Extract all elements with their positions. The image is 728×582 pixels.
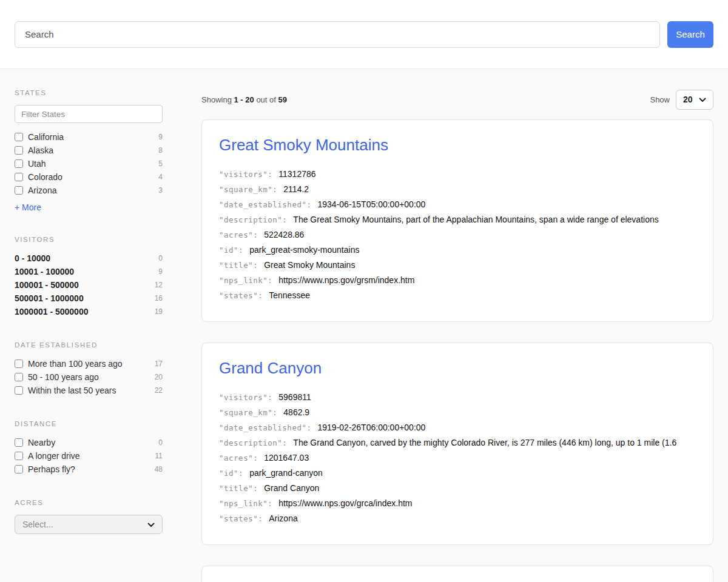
facet-states: STATES California 9 Alaska 8 bbox=[15, 89, 163, 213]
park-title-link[interactable]: Grand Canyon bbox=[219, 359, 322, 378]
field-value: 522428.86 bbox=[264, 230, 304, 239]
facet-distance-title: DISTANCE bbox=[15, 420, 163, 427]
field-key: "visitors": bbox=[219, 170, 272, 179]
field-key: "square_km": bbox=[219, 185, 277, 194]
acres-select[interactable]: Select... bbox=[15, 515, 163, 534]
facet-count: 17 bbox=[155, 360, 163, 368]
facet-option-nearby: Nearby 0 bbox=[15, 436, 163, 449]
facet-option-label-wrap[interactable]: Arizona bbox=[15, 186, 56, 195]
field-key: "id": bbox=[219, 469, 243, 478]
facet-option-label-wrap[interactable]: More than 100 years ago bbox=[15, 359, 123, 369]
facet-option-label-wrap[interactable]: 50 - 100 years ago bbox=[15, 372, 99, 382]
checkbox[interactable] bbox=[15, 133, 23, 141]
field-value: Tennessee bbox=[269, 290, 310, 300]
field-key: "acres": bbox=[219, 453, 258, 463]
field-value: park_great-smoky-mountains bbox=[249, 245, 359, 255]
field-key: "date_established": bbox=[219, 423, 312, 432]
facet-range-label[interactable]: 100001 - 500000 bbox=[15, 280, 79, 290]
facet-option-label: Alaska bbox=[28, 146, 53, 155]
facet-option-label: Colorado bbox=[28, 172, 62, 182]
field-value: 1201647.03 bbox=[264, 453, 309, 463]
facet-option-label-wrap[interactable]: California bbox=[15, 132, 64, 142]
field-key: "title": bbox=[219, 484, 258, 493]
top-search-bar: Search bbox=[0, 0, 728, 69]
facet-count: 3 bbox=[158, 186, 163, 195]
facet-range-item: 500001 - 1000000 16 bbox=[15, 292, 163, 305]
field-title: "title":Great Smoky Mountains bbox=[219, 258, 696, 273]
checkbox[interactable] bbox=[15, 186, 23, 195]
facet-option-label-wrap[interactable]: Nearby bbox=[15, 438, 55, 447]
field-value: The Great Smoky Mountains, part of the A… bbox=[293, 215, 658, 224]
field-value: https://www.nps.gov/grca/index.htm bbox=[278, 498, 412, 508]
page-size-select[interactable]: 20 bbox=[676, 90, 713, 110]
checkbox[interactable] bbox=[15, 360, 23, 368]
facet-range-item: 100001 - 500000 12 bbox=[15, 278, 163, 292]
facet-range-label[interactable]: 1000001 - 5000000 bbox=[15, 307, 88, 316]
showing-prefix: Showing bbox=[201, 95, 232, 104]
checkbox[interactable] bbox=[15, 173, 23, 181]
results-bar: Showing 1 - 20 out of 59 Show 20 bbox=[201, 89, 713, 110]
checkbox[interactable] bbox=[15, 452, 23, 460]
facet-option-label-wrap[interactable]: Within the last 50 years bbox=[15, 386, 116, 395]
show-more-link[interactable]: + More bbox=[15, 202, 41, 212]
field-key: "nps_link": bbox=[219, 276, 272, 285]
facet-range-label[interactable]: 0 - 10000 bbox=[15, 253, 50, 263]
facet-option-label-wrap[interactable]: Utah bbox=[15, 159, 46, 169]
field-nps-link: "nps_link":https://www.nps.gov/grca/inde… bbox=[219, 496, 696, 511]
facet-option-label-wrap[interactable]: Perhaps fly? bbox=[15, 464, 75, 474]
facet-count: 0 bbox=[158, 254, 163, 263]
facet-acres: ACRES Select... bbox=[15, 499, 163, 534]
search-button[interactable]: Search bbox=[667, 21, 713, 48]
field-value: Great Smoky Mountains bbox=[264, 260, 355, 270]
field-states: "states":Arizona bbox=[219, 511, 696, 526]
facet-sidebar: STATES California 9 Alaska 8 bbox=[15, 89, 163, 582]
filter-states-input[interactable] bbox=[15, 105, 163, 123]
facet-option-label-wrap[interactable]: A longer drive bbox=[15, 451, 80, 461]
results-count: Showing 1 - 20 out of 59 bbox=[201, 95, 287, 104]
facet-range-label[interactable]: 500001 - 1000000 bbox=[15, 293, 84, 303]
field-key: "acres": bbox=[219, 230, 258, 239]
checkbox[interactable] bbox=[15, 159, 23, 168]
field-key: "visitors": bbox=[219, 393, 272, 402]
chevron-down-icon bbox=[699, 94, 706, 105]
field-nps-link: "nps_link":https://www.nps.gov/grsm/inde… bbox=[219, 273, 696, 288]
facet-count: 9 bbox=[158, 267, 163, 276]
checkbox[interactable] bbox=[15, 438, 23, 447]
facet-states-title: STATES bbox=[15, 89, 163, 96]
checkbox[interactable] bbox=[15, 373, 23, 381]
field-key: "states": bbox=[219, 291, 263, 300]
facet-count: 8 bbox=[158, 146, 163, 155]
facet-count: 19 bbox=[155, 307, 163, 316]
field-value: 2114.2 bbox=[283, 184, 309, 194]
checkbox[interactable] bbox=[15, 146, 23, 155]
show-label: Show bbox=[650, 95, 670, 104]
facet-option-label: Within the last 50 years bbox=[28, 386, 116, 395]
facet-range-item: 0 - 10000 0 bbox=[15, 252, 163, 265]
facet-count: 0 bbox=[158, 438, 163, 447]
field-value: 1919-02-26T06:00:00+00:00 bbox=[318, 423, 426, 432]
facet-option-label: A longer drive bbox=[28, 451, 80, 461]
facet-option-label: More than 100 years ago bbox=[28, 359, 123, 369]
search-input[interactable] bbox=[15, 21, 660, 48]
facet-option-perhaps-fly: Perhaps fly? 48 bbox=[15, 463, 163, 476]
page-size-control: Show 20 bbox=[650, 90, 713, 110]
park-title-link[interactable]: Great Smoky Mountains bbox=[219, 136, 388, 155]
facet-range-label[interactable]: 10001 - 100000 bbox=[15, 267, 74, 276]
field-value: 11312786 bbox=[278, 169, 315, 179]
field-acres: "acres":522428.86 bbox=[219, 227, 696, 242]
field-value: https://www.nps.gov/grsm/index.htm bbox=[278, 275, 414, 285]
facet-option-colorado: Colorado 4 bbox=[15, 170, 163, 184]
checkbox[interactable] bbox=[15, 465, 23, 473]
field-value: 4862.9 bbox=[283, 407, 309, 417]
checkbox[interactable] bbox=[15, 386, 23, 395]
facet-option-last-50: Within the last 50 years 22 bbox=[15, 384, 163, 397]
field-acres: "acres":1201647.03 bbox=[219, 450, 696, 466]
page-size-value: 20 bbox=[683, 95, 693, 104]
facet-option-label-wrap[interactable]: Colorado bbox=[15, 172, 62, 182]
field-square-km: "square_km":4862.9 bbox=[219, 405, 696, 420]
facet-acres-title: ACRES bbox=[15, 499, 163, 506]
facet-count: 12 bbox=[155, 281, 163, 289]
field-visitors: "visitors":11312786 bbox=[219, 167, 696, 182]
facet-option-label: 50 - 100 years ago bbox=[28, 372, 99, 382]
facet-option-label-wrap[interactable]: Alaska bbox=[15, 146, 53, 155]
